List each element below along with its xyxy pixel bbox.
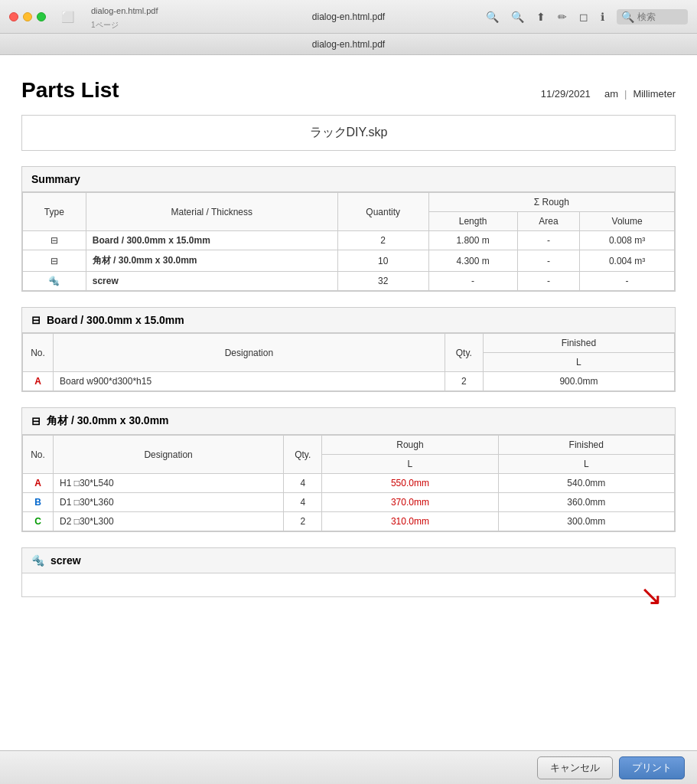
kakuzai-section: ⊟ 角材 / 30.0mm x 30.0mm No. Designation Q… (21, 407, 676, 532)
sidebar-toggle-icon[interactable]: ⬜ (61, 11, 74, 23)
board-section-header: ⊟ Board / 300.0mm x 15.0mm (22, 308, 675, 333)
summary-section: Summary Type Material / Thickness Quanti… (21, 166, 676, 292)
kakuzai-cell-qty: 4 (284, 474, 322, 493)
kakuzai-cell-designation: H1 □30*L540 (54, 474, 284, 493)
file-name: ラックDIY.skp (310, 126, 388, 139)
print-button[interactable]: プリント (619, 756, 685, 779)
filename-title-group: dialog-en.html.pdf 1ページ (86, 3, 158, 31)
board-col-l: L (483, 353, 674, 372)
kakuzai-col-rough: Rough (322, 436, 498, 455)
zoom-in-icon[interactable]: 🔍 (511, 11, 524, 23)
filename-box: ラックDIY.skp (21, 115, 676, 151)
kakuzai-col-no: No. (23, 436, 54, 474)
board-cell-finished-l: 900.0mm (483, 372, 674, 391)
search-input[interactable] (637, 11, 683, 22)
kakuzai-cell-designation: D2 □30*L300 (54, 512, 284, 531)
summary-cell-length: 4.300 m (428, 250, 517, 272)
summary-col-volume: Volume (580, 212, 675, 231)
titlebar-center-filename: dialog-en.html.pdf (312, 11, 385, 22)
pen-icon[interactable]: ✏ (558, 11, 567, 23)
page-title: Parts List (21, 78, 119, 103)
cancel-button[interactable]: キャンセル (537, 756, 613, 779)
titlebar: ⬜ dialog-en.html.pdf 1ページ 🔍 🔍 ⬆ ✏ ◻ ℹ 🔍 … (0, 0, 697, 34)
titlebar-subtitle: 1ページ (91, 21, 119, 29)
kakuzai-cell-qty: 2 (284, 512, 322, 531)
board-title: Board / 300.0mm x 15.0mm (47, 314, 184, 326)
share-icon[interactable]: ⬆ (536, 11, 546, 23)
maximize-button[interactable] (37, 12, 46, 21)
screw-section-body: ↘ (22, 573, 675, 596)
page-unit: Millimeter (633, 88, 676, 100)
kakuzai-cell-finished-l: 300.0mm (498, 512, 674, 531)
titlebar-right: 🔍 🔍 ⬆ ✏ ◻ ℹ 🔍 (486, 9, 688, 24)
kakuzai-table: No. Designation Qty. Rough Finished L L … (22, 435, 675, 531)
summary-header: Summary (22, 167, 675, 192)
board-col-finished: Finished (483, 334, 674, 353)
summary-title: Summary (31, 173, 80, 185)
summary-cell-qty: 32 (337, 272, 428, 291)
board-cell-designation: Board w900*d300*h15 (54, 372, 445, 391)
summary-col-sigma-rough: Σ Rough (428, 193, 674, 212)
table-row: ⊟ Board / 300.0mm x 15.0mm 2 1.800 m - 0… (23, 231, 675, 250)
board-table: No. Designation Qty. Finished L A Board … (22, 333, 675, 391)
summary-cell-length: - (428, 272, 517, 291)
board-icon: ⊟ (31, 314, 41, 326)
summary-table: Type Material / Thickness Quantity Σ Rou… (22, 192, 675, 291)
kakuzai-cell-finished-l: 540.0mm (498, 474, 674, 493)
board-cell-label: A (23, 372, 54, 391)
titlebar-filename: dialog-en.html.pdf (91, 6, 158, 15)
page-meta: 11/29/2021 am | Millimeter (541, 88, 676, 100)
meta-separator: | (624, 88, 627, 100)
summary-cell-area: - (517, 231, 579, 250)
board-col-designation: Designation (54, 334, 445, 372)
summary-cell-qty: 10 (337, 250, 428, 272)
zoom-out-icon[interactable]: 🔍 (486, 11, 499, 23)
kakuzai-icon: ⊟ (31, 415, 41, 427)
bottombar: キャンセル プリント (0, 750, 697, 784)
traffic-lights (9, 12, 46, 21)
kakuzai-col-qty: Qty. (284, 436, 322, 474)
bottom-spacer (21, 612, 676, 658)
kakuzai-col-designation: Designation (54, 436, 284, 474)
minimize-button[interactable] (23, 12, 32, 21)
table-row: A H1 □30*L540 4 550.0mm 540.0mm (23, 474, 675, 493)
tab-label: dialog-en.html.pdf (312, 39, 385, 50)
info-icon[interactable]: ℹ (601, 11, 604, 23)
kakuzai-col-l-rough: L (322, 455, 498, 474)
summary-cell-material: Board / 300.0mm x 15.0mm (86, 231, 337, 250)
board-col-qty: Qty. (445, 334, 483, 372)
summary-col-quantity: Quantity (337, 193, 428, 231)
table-row: 🔩 screw 32 - - - (23, 272, 675, 291)
kakuzai-cell-rough-l: 550.0mm (322, 474, 498, 493)
screw-icon: 🔩 (31, 554, 44, 567)
arrow-indicator: ↘ (640, 580, 663, 612)
search-box[interactable]: 🔍 (617, 9, 688, 24)
close-button[interactable] (9, 12, 18, 21)
summary-col-length: Length (428, 212, 517, 231)
board-cell-qty: 2 (445, 372, 483, 391)
board-col-no: No. (23, 334, 54, 372)
search-icon: 🔍 (621, 11, 634, 23)
summary-cell-volume: 0.004 m³ (580, 250, 675, 272)
summary-col-area: Area (517, 212, 579, 231)
screw-section: 🔩 screw ↘ (21, 547, 676, 597)
page-header: Parts List 11/29/2021 am | Millimeter (21, 78, 676, 103)
window-icon[interactable]: ◻ (579, 11, 588, 23)
summary-cell-length: 1.800 m (428, 231, 517, 250)
table-row: A Board w900*d300*h15 2 900.0mm (23, 372, 675, 391)
window-controls: ⬜ dialog-en.html.pdf 1ページ (61, 3, 158, 31)
summary-cell-icon: 🔩 (23, 272, 86, 291)
screw-title: screw (50, 554, 81, 567)
table-row: ⊟ 角材 / 30.0mm x 30.0mm 10 4.300 m - 0.00… (23, 250, 675, 272)
summary-cell-volume: 0.008 m³ (580, 231, 675, 250)
main-content: Parts List 11/29/2021 am | Millimeter ラッ… (0, 55, 697, 750)
tabbar: dialog-en.html.pdf (0, 34, 697, 55)
screw-section-header: 🔩 screw (22, 548, 675, 573)
kakuzai-cell-finished-l: 360.0mm (498, 493, 674, 512)
summary-col-type: Type (23, 193, 86, 231)
table-row: C D2 □30*L300 2 310.0mm 300.0mm (23, 512, 675, 531)
kakuzai-title: 角材 / 30.0mm x 30.0mm (47, 414, 169, 428)
kakuzai-cell-rough-l: 370.0mm (322, 493, 498, 512)
kakuzai-col-l-finished: L (498, 455, 674, 474)
kakuzai-cell-label: C (23, 512, 54, 531)
